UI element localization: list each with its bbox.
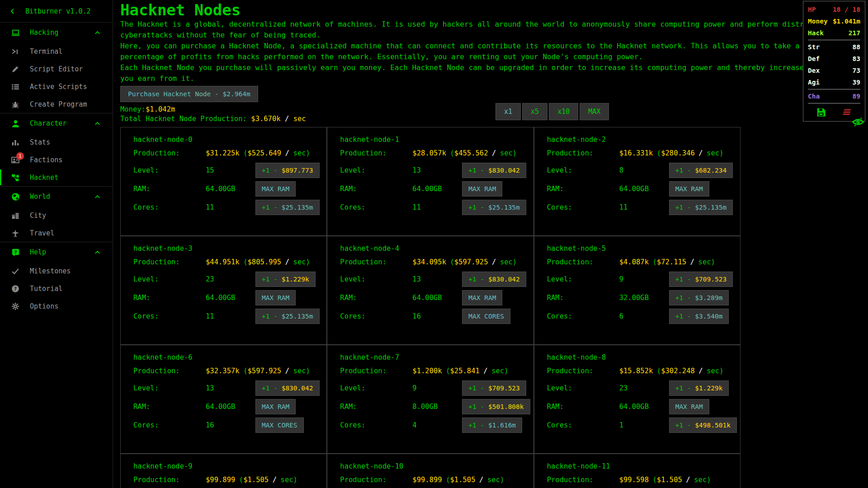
upgrade-level-button[interactable]: +1 - $682.234 (669, 163, 733, 178)
collapse-sidebar-button[interactable] (0, 7, 25, 16)
cores-row: Cores: 11 +1 - $25.135m (547, 198, 733, 216)
factions-contact-icon: 1 (11, 155, 20, 164)
hacknet-node-card: hacknet-node-1 Production: $28.057k($455… (327, 127, 533, 236)
multiplier-x5-button[interactable]: x5 (522, 103, 547, 120)
cores-label: Cores: (340, 203, 412, 211)
save-icon[interactable] (816, 107, 826, 117)
svg-text:?: ? (14, 249, 17, 255)
sidebar-item-active-scripts[interactable]: Active Scripts (0, 78, 113, 95)
visibility-off-icon[interactable] (852, 116, 864, 128)
upgrade-cores-button[interactable]: +1 - $25.135m (669, 200, 733, 215)
ram-value: 64.00GB (206, 403, 255, 411)
hacknet-description: The Hacknet is a global, decentralized n… (120, 19, 868, 84)
upgrade-cores-button[interactable]: +1 - $3.540m (669, 309, 729, 324)
level-label: Level: (547, 384, 619, 392)
upgrade-level-button[interactable]: +1 - $709.523 (669, 272, 733, 287)
upgrade-ram-button[interactable]: MAX RAM (462, 181, 502, 197)
upgrade-ram-button[interactable]: MAX RAM (669, 399, 709, 414)
ram-label: RAM: (133, 294, 206, 302)
total-production-unit: sec (293, 115, 306, 123)
multiplier-max-button[interactable]: MAX (580, 103, 609, 120)
ram-row: RAM: 64.00GB MAX RAM (133, 288, 319, 307)
str-row: Str 88 (808, 41, 860, 53)
hacknet-node-name: hacknet-node-3 (133, 244, 319, 253)
upgrade-level-button[interactable]: +1 - $830.042 (462, 163, 526, 178)
hacknet-grid: hacknet-node-0 Production: $31.225k($525… (120, 127, 741, 488)
level-value: 23 (619, 384, 669, 392)
upgrade-level-button[interactable]: +1 - $830.042 (462, 272, 526, 287)
level-label: Level: (133, 275, 206, 283)
upgrade-ram-button[interactable]: MAX RAM (669, 181, 709, 197)
sidebar-item-terminal[interactable]: Terminal (0, 42, 113, 60)
multiplier-x10-button[interactable]: x10 (549, 103, 578, 120)
sidebar-item-travel[interactable]: Travel (0, 224, 113, 242)
upgrade-cores-button[interactable]: MAX CORES (462, 309, 510, 324)
multiplier-x1-button[interactable]: x1 (495, 103, 521, 120)
upgrade-cores-button[interactable]: MAX CORES (255, 418, 304, 433)
level-label: Level: (340, 166, 412, 174)
character-overview-panel: HP 18 / 18 Money $1.041m Hack 217 Str 88… (803, 1, 865, 122)
production-value: $34.095k($597.925/sec) (412, 258, 526, 266)
level-row: Level: 13 +1 - $830.042 (133, 379, 319, 397)
ram-label: RAM: (547, 403, 619, 411)
hacknet-node-card: hacknet-node-5 Production: $4.087k($72.1… (534, 236, 741, 345)
kill-scripts-icon[interactable] (842, 107, 852, 117)
ram-row: RAM: 64.00GB MAX RAM (133, 179, 319, 198)
production-row: Production: $99.899($1.505/sec) (133, 472, 319, 488)
hacknet-node-name: hacknet-node-4 (340, 244, 526, 253)
hacknet-network-icon (11, 173, 20, 182)
upgrade-level-button[interactable]: +1 - $1.229k (255, 272, 316, 287)
cores-row: Cores: 11 +1 - $25.135m (340, 198, 526, 216)
purchase-hacknet-node-button[interactable]: Purchase Hacknet Node - $2.964m (120, 86, 258, 102)
sidebar-item-tutorial[interactable]: ? Tutorial (0, 280, 113, 297)
sidebar-section-help[interactable]: ? Help (0, 242, 113, 262)
agi-row: Agi 39 (808, 76, 860, 88)
cores-label: Cores: (340, 312, 412, 320)
sidebar-item-stats[interactable]: Stats (0, 133, 113, 151)
laptop-icon (11, 28, 20, 37)
sidebar-section-hacking[interactable]: Hacking (0, 23, 113, 42)
upgrade-cores-button[interactable]: +1 - $25.135m (462, 200, 526, 215)
upgrade-ram-button[interactable]: MAX RAM (255, 290, 296, 305)
cha-row: Cha 89 (808, 90, 860, 102)
upgrade-ram-button[interactable]: MAX RAM (255, 399, 296, 414)
production-value: $99.598($1.505/sec) (619, 476, 733, 484)
sidebar-item-options[interactable]: Options (0, 297, 113, 315)
production-row: Production: $28.057k($455.562/sec) (340, 145, 526, 161)
cores-label: Cores: (547, 421, 619, 429)
hp-value: 18 / 18 (833, 4, 860, 15)
upgrade-level-button[interactable]: +1 - $830.042 (255, 380, 320, 396)
upgrade-cores-button[interactable]: +1 - $1.616m (462, 418, 522, 433)
sidebar-item-hacknet[interactable]: Hacknet (0, 169, 113, 186)
level-row: Level: 23 +1 - $1.229k (133, 270, 319, 288)
upgrade-cores-button[interactable]: +1 - $498.501k (669, 418, 737, 433)
upgrade-ram-button[interactable]: +1 - $501.808k (462, 399, 530, 414)
agi-value: 39 (853, 76, 860, 88)
sidebar-item-milestones[interactable]: Milestones (0, 262, 113, 280)
hack-row: Hack 217 (808, 27, 860, 39)
sidebar-section-world[interactable]: World (0, 187, 113, 206)
ram-label: RAM: (133, 185, 206, 193)
sidebar-section-character[interactable]: Character (0, 113, 113, 133)
sidebar-item-script-editor[interactable]: Script Editor (0, 60, 113, 78)
level-label: Level: (340, 384, 412, 392)
hacknet-node-name: hacknet-node-0 (133, 136, 319, 144)
upgrade-level-button[interactable]: +1 - $897.773 (255, 163, 320, 178)
upgrade-cores-button[interactable]: +1 - $25.135m (255, 309, 320, 324)
page-title: Hacknet Nodes (120, 2, 868, 18)
production-value: $32.357k($597.925/sec) (206, 367, 319, 375)
upgrade-ram-button[interactable]: MAX RAM (462, 290, 502, 305)
upgrade-ram-button[interactable]: +1 - $3.289m (669, 290, 729, 305)
bug-icon (11, 100, 20, 109)
sidebar-item-city[interactable]: City (0, 206, 113, 224)
upgrade-level-button[interactable]: +1 - $709.523 (462, 380, 526, 396)
upgrade-ram-button[interactable]: MAX RAM (255, 181, 296, 197)
ram-value: 64.00GB (412, 185, 462, 193)
upgrade-level-button[interactable]: +1 - $1.229k (669, 380, 729, 396)
sidebar-item-factions[interactable]: 1 Factions (0, 151, 113, 169)
ram-row: RAM: 32.00GB +1 - $3.289m (547, 288, 733, 307)
level-row: Level: 13 +1 - $830.042 (340, 270, 526, 288)
cores-value: 6 (619, 312, 669, 320)
sidebar-item-create-program[interactable]: Create Program (0, 95, 113, 113)
upgrade-cores-button[interactable]: +1 - $25.135m (255, 200, 320, 215)
